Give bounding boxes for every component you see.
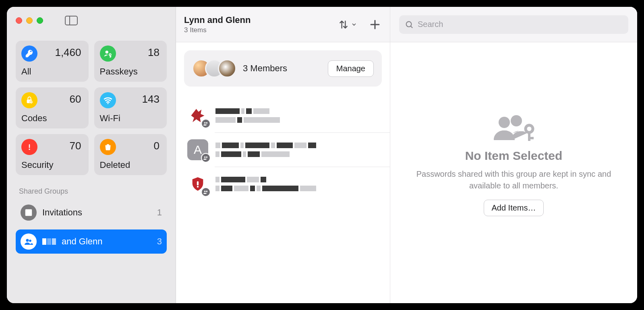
sort-icon [338,19,349,30]
tile-passkeys-count: 18 [148,46,159,59]
svg-rect-10 [108,146,109,149]
avatar [218,59,236,78]
sidebar-item-label: and Glenn [62,236,103,247]
key-icon [21,45,37,62]
svg-rect-26 [528,137,534,139]
sidebar-item-count: 3 [157,236,162,247]
svg-point-16 [206,157,207,158]
shared-badge-icon [201,187,211,197]
tile-security-label: Security [21,160,53,170]
sidebar-item-invitations[interactable]: Invitations 1 [16,200,167,225]
tile-all[interactable]: 1,460 All [16,41,89,82]
tile-deleted-count: 0 [154,140,159,152]
minimize-window-button[interactable] [26,17,33,24]
tile-all-label: All [21,66,31,77]
svg-point-18 [197,186,199,188]
exclamation-icon [21,139,37,155]
member-avatars [192,59,236,78]
svg-point-22 [499,117,510,128]
sidebar-item-group-lynn-glenn[interactable]: and Glenn 3 [16,229,167,254]
empty-state: No Item Selected Passwords shared with t… [390,26,637,303]
list-subtitle: 3 Items [184,26,338,34]
svg-rect-0 [65,16,77,25]
svg-point-11 [26,239,29,242]
tile-wifi-count: 143 [142,93,159,105]
toggle-sidebar-button[interactable] [65,16,78,25]
empty-description: Passwords shared with this group are kep… [409,168,619,192]
people-key-icon [490,114,538,143]
redacted-item-text [215,143,316,157]
tile-security[interactable]: 70 Security [16,134,89,175]
svg-rect-17 [197,181,199,185]
members-count-label: 3 Members [243,63,321,74]
sidebar-item-label: Invitations [42,207,82,218]
tile-passkeys-label: Passkeys [100,66,138,77]
trash-icon [100,139,116,155]
svg-point-15 [204,157,206,158]
tile-passkeys[interactable]: 18 Passkeys [94,41,167,82]
titlebar [7,7,176,34]
manage-button[interactable]: Manage [328,60,374,77]
person-key-icon [100,45,116,62]
tile-wifi[interactable]: 143 Wi-Fi [94,87,167,128]
svg-point-19 [204,191,206,192]
category-tiles: 1,460 All 18 Passkeys 60 Codes [7,34,176,179]
shared-badge-icon [201,153,211,163]
tile-codes[interactable]: 60 Codes [16,87,89,128]
item-list-pane: Lynn and Glenn 3 Items 3 Members Manag [176,7,390,303]
members-card: 3 Members Manage [184,50,382,87]
zoom-window-button[interactable] [37,17,43,24]
svg-point-3 [109,54,111,56]
add-button[interactable] [368,19,382,31]
detail-pane: No Item Selected Passwords shared with t… [390,7,637,303]
svg-point-2 [105,51,108,54]
lock-clock-icon [21,92,37,108]
password-item[interactable] [176,99,390,132]
svg-rect-25 [528,131,530,141]
svg-point-12 [29,240,31,242]
svg-point-14 [206,122,207,124]
svg-point-8 [29,149,30,150]
window-controls [16,17,43,24]
svg-rect-9 [107,146,107,149]
tile-codes-count: 60 [70,93,81,105]
sidebar-item-count: 1 [157,207,162,218]
tile-security-count: 70 [70,140,81,152]
tile-wifi-label: Wi-Fi [100,113,120,124]
tile-deleted-label: Deleted [100,160,130,170]
close-window-button[interactable] [16,17,22,24]
tile-codes-label: Codes [21,113,47,124]
sidebar: 1,460 All 18 Passkeys 60 Codes [7,7,176,303]
plus-icon [368,19,382,31]
redacted-text [42,238,56,245]
shared-groups-header: Shared Groups [7,179,176,198]
list-title: Lynn and Glenn [184,15,338,25]
svg-point-20 [206,191,207,192]
password-item[interactable] [215,167,390,201]
tile-all-count: 1,460 [55,46,81,59]
people-icon [21,234,37,250]
wifi-icon [100,92,116,108]
sort-button[interactable] [338,19,357,30]
shared-badge-icon [201,119,211,128]
password-items: A [176,95,390,201]
add-items-button[interactable]: Add Items… [484,200,543,216]
svg-point-23 [511,115,522,126]
chevron-down-icon [351,22,357,27]
empty-title: No Item Selected [465,149,563,163]
password-item[interactable]: A [215,132,390,167]
app-window: 1,460 All 18 Passkeys 60 Codes [7,7,637,303]
list-header: Lynn and Glenn 3 Items [176,7,390,42]
svg-rect-7 [29,144,30,148]
tile-deleted[interactable]: 0 Deleted [94,134,167,175]
redacted-item-text [215,177,316,191]
tray-icon [21,205,37,221]
redacted-item-text [215,108,280,123]
svg-point-13 [204,122,206,124]
svg-point-6 [107,103,108,104]
